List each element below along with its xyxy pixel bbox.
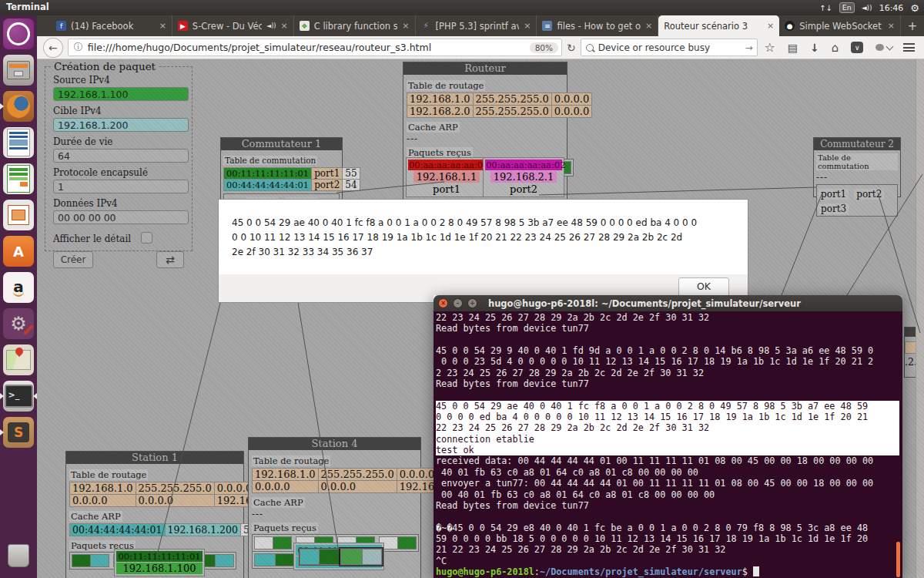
tab-close-icon[interactable]: ×: [402, 21, 409, 31]
firefox-tab-bar: f (14) Facebook× ▶ S-Crew - Du Vécu ◄)) …: [37, 15, 924, 36]
libreoffice-calc-icon[interactable]: [3, 163, 34, 194]
alert-dialog: 45 0 0 54 29 ae 40 0 40 1 fc f8 a 0 0 1 …: [218, 199, 748, 303]
libreoffice-impress-icon[interactable]: [3, 200, 34, 230]
terminal-title-bar[interactable]: × – + hugo@hugo-p6-2018l: ~/Documents/pr…: [434, 295, 902, 311]
chevron-down-icon[interactable]: [886, 43, 894, 51]
unity-launcher: A a ⚙ >_ S: [0, 15, 37, 578]
packet-hex-dump: 45 0 0 54 29 ae 40 0 40 1 fc f8 a 0 0 1 …: [219, 200, 748, 260]
amazon-icon[interactable]: a: [3, 272, 34, 303]
search-text[interactable]: Device or resource busy: [598, 42, 741, 53]
facebook-favicon: f: [56, 21, 66, 31]
back-button[interactable]: ←: [43, 38, 63, 58]
url-bar[interactable]: ⓘ file:///home/hugo/Documents/projet_sim…: [68, 39, 562, 56]
page-info-icon[interactable]: ⓘ: [74, 41, 83, 54]
clock[interactable]: 16:46: [879, 3, 904, 13]
github-favicon: ●: [785, 21, 795, 31]
terminal-window[interactable]: × – + hugo@hugo-p6-2018l: ~/Documents/pr…: [434, 295, 902, 578]
selected-text: 45 0 0 54 29 ae 40 0 40 1 fc f8 a 0 0 1 …: [436, 401, 899, 412]
tab-youtube[interactable]: ▶ S-Crew - Du Vécu ◄)) ×: [172, 15, 294, 36]
system-top-bar: Terminal ↑↓ En ◄)) 16:46 ⚙: [0, 0, 924, 15]
search-go-icon[interactable]: →: [745, 42, 752, 53]
maps-icon[interactable]: [3, 344, 34, 375]
tab-close-icon[interactable]: ×: [159, 21, 166, 31]
tab-routeur-scenario-active[interactable]: Routeur scénario 3×: [658, 15, 779, 36]
libreoffice-writer-icon[interactable]: [3, 127, 34, 158]
tab-close-icon[interactable]: ×: [888, 21, 895, 31]
trash-icon[interactable]: [3, 540, 34, 571]
terminal-cursor: [753, 566, 759, 576]
window-close-icon[interactable]: ×: [438, 298, 448, 308]
selected-text: 0 0 0 0 ed ba 4 0 0 0 0 0 10 11 12 13 14…: [436, 412, 899, 422]
url-text[interactable]: file:///home/hugo/Documents/projet_simul…: [88, 42, 431, 53]
ok-button[interactable]: OK: [678, 277, 729, 297]
selected-text: connection etablie: [436, 434, 899, 445]
reload-icon[interactable]: ↻: [567, 42, 576, 54]
search-icon: [586, 44, 594, 52]
tab-c-library[interactable]: ❖ C library function s×: [294, 15, 416, 36]
firefox-icon[interactable]: [3, 91, 34, 122]
terminal-icon[interactable]: >_: [3, 381, 34, 412]
ubuntu-software-icon[interactable]: A: [3, 236, 34, 267]
active-app-title: Terminal: [6, 2, 49, 12]
session-gear-icon[interactable]: ⚙: [910, 2, 919, 14]
youtube-favicon: ▶: [178, 21, 188, 31]
system-settings-icon[interactable]: ⚙: [3, 308, 34, 339]
terminal-scrollbar-thumb[interactable]: [896, 542, 900, 577]
updown-arrows-icon[interactable]: ↑↓: [819, 4, 832, 12]
download-icon[interactable]: ↓: [810, 42, 819, 54]
extension-icon[interactable]: [875, 44, 884, 51]
tab-close-icon[interactable]: ×: [767, 21, 774, 31]
tab-close-icon[interactable]: ×: [524, 21, 531, 31]
tab-close-icon[interactable]: ×: [645, 21, 652, 31]
selected-text: 22 23 24 25 26 27 28 29 2a 2b 2c 2d 2e 2…: [436, 422, 899, 433]
window-minimize-icon[interactable]: –: [453, 298, 463, 308]
file-manager-icon[interactable]: [3, 55, 34, 86]
pocket-icon[interactable]: ∨: [851, 42, 863, 53]
tab-facebook[interactable]: f (14) Facebook×: [51, 15, 172, 36]
home-icon[interactable]: ⌂: [832, 41, 839, 55]
tutorial-favicon: ❖: [300, 21, 310, 31]
window-maximize-icon[interactable]: +: [467, 298, 477, 308]
terminal-output[interactable]: 22 23 24 25 26 27 28 29 2a 2b 2c 2d 2e 2…: [434, 311, 902, 578]
terminal-title: hugo@hugo-p6-2018l: ~/Documents/projet_s…: [488, 298, 801, 309]
sublime-text-icon[interactable]: S: [3, 417, 34, 448]
php-favicon: ⚡: [421, 21, 431, 31]
keyboard-layout-indicator[interactable]: En: [839, 2, 855, 13]
menu-hamburger-icon[interactable]: [903, 43, 915, 52]
tab-simple-websocket[interactable]: ● Simple WebSocket×: [779, 15, 901, 36]
bookmark-star-icon[interactable]: ☆: [764, 40, 775, 55]
forum-favicon: ≡: [542, 21, 552, 31]
new-tab-button[interactable]: +: [901, 15, 924, 36]
tab-files-howto[interactable]: ≡ files - How to get o×: [537, 15, 658, 36]
firefox-nav-bar: ← ⓘ file:///home/hugo/Documents/projet_s…: [37, 36, 924, 59]
speaker-icon[interactable]: ◄)): [862, 4, 872, 12]
tab-php-sprintf[interactable]: ⚡ [PHP 5.3] sprintf av×: [416, 15, 537, 36]
bookmarks-panel-icon[interactable]: ▤: [788, 42, 798, 54]
selected-text: test ok: [436, 445, 899, 455]
search-bar[interactable]: Device or resource busy →: [581, 39, 758, 56]
tab-close-icon[interactable]: ×: [281, 21, 288, 31]
shell-prompt[interactable]: hugo@hugo-p6-2018l:~/Documents/projet_si…: [436, 566, 902, 577]
ubuntu-dash-icon[interactable]: [3, 18, 34, 49]
tab-audio-icon[interactable]: ◄)): [266, 22, 276, 29]
zoom-level-badge[interactable]: 80%: [530, 42, 558, 53]
